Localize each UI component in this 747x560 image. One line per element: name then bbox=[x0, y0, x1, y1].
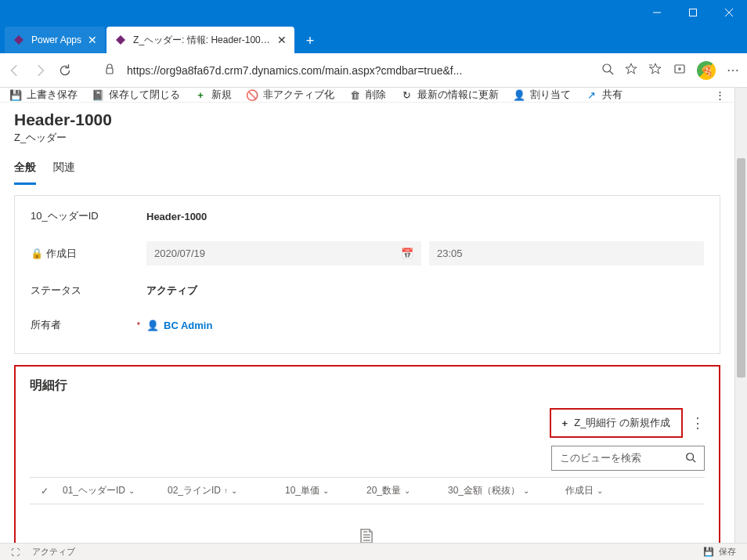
svg-marker-5 bbox=[116, 35, 125, 45]
search-icon bbox=[685, 452, 696, 465]
tab-dynamics[interactable]: Z_ヘッダー: 情報: Header-1000 - M ✕ bbox=[106, 27, 294, 53]
chevron-down-icon: ⌄ bbox=[128, 486, 135, 495]
created-date-field: 2020/07/19📅 bbox=[146, 241, 421, 266]
refresh-icon: ↻ bbox=[400, 89, 413, 101]
assign-label: 割り当て bbox=[530, 88, 571, 102]
scrollbar[interactable] bbox=[734, 88, 747, 543]
new-tab-button[interactable]: + bbox=[298, 28, 323, 53]
deactivate-icon: 🚫 bbox=[246, 89, 258, 101]
column-qty[interactable]: 20_数量⌄ bbox=[360, 484, 442, 497]
detail-more-button[interactable]: ⋮ bbox=[691, 414, 705, 432]
svg-point-14 bbox=[687, 453, 694, 460]
save-text[interactable]: 保存 bbox=[719, 546, 736, 558]
tab-related[interactable]: 関連 bbox=[53, 161, 75, 185]
svg-line-8 bbox=[610, 71, 613, 74]
search-placeholder: このビューを検索 bbox=[560, 451, 641, 465]
owner-label: 所有者* bbox=[31, 318, 146, 332]
created-label: 🔒作成日 bbox=[31, 247, 146, 261]
save-close-label: 保存して閉じる bbox=[109, 88, 180, 102]
zoom-icon[interactable] bbox=[601, 63, 614, 78]
empty-state: 🗎 使用できるデータがありません。 bbox=[30, 504, 705, 543]
profile-icon[interactable]: 🍕 bbox=[697, 61, 716, 80]
lock-icon[interactable] bbox=[103, 63, 116, 78]
close-icon[interactable]: ✕ bbox=[88, 34, 97, 46]
favorite-icon[interactable] bbox=[625, 63, 637, 78]
column-line-id[interactable]: 02_ラインID↑⌄ bbox=[161, 484, 279, 497]
form-section: 10_ヘッダーID Header-1000 🔒作成日 2020/07/19📅 2… bbox=[14, 195, 720, 354]
share-label: 共有 bbox=[602, 88, 622, 102]
powerapps-icon bbox=[114, 34, 127, 46]
browser-tabs: Power Apps ✕ Z_ヘッダー: 情報: Header-1000 - M… bbox=[0, 25, 747, 53]
scrollbar-thumb[interactable] bbox=[737, 158, 745, 378]
new-label: 新規 bbox=[211, 88, 232, 102]
share-button[interactable]: ↗共有 bbox=[585, 88, 622, 102]
save-close-button[interactable]: 📓保存して閉じる bbox=[92, 88, 180, 102]
save-icon: 💾 bbox=[703, 547, 714, 557]
svg-rect-1 bbox=[690, 9, 697, 16]
required-mark: * bbox=[137, 320, 140, 330]
header-id-value[interactable]: Header-1000 bbox=[146, 211, 704, 222]
new-button[interactable]: +新規 bbox=[194, 88, 232, 102]
more-commands-button[interactable]: ⋮ bbox=[715, 89, 725, 101]
status-bar: ⛶ アクティブ 💾 保存 bbox=[0, 543, 747, 560]
owner-value[interactable]: 👤BC Admin bbox=[146, 320, 212, 331]
refresh-label: 最新の情報に更新 bbox=[417, 88, 499, 102]
detail-section: 明細行 + Z_明細行 の新規作成 ⋮ このビューを検索 ✓ 01_ヘッダーID… bbox=[14, 365, 720, 543]
sort-asc-icon: ↑ bbox=[224, 486, 228, 495]
calendar-icon: 📅 bbox=[401, 247, 413, 259]
svg-point-7 bbox=[603, 64, 611, 72]
svg-rect-6 bbox=[106, 68, 113, 74]
plus-icon: + bbox=[562, 417, 568, 429]
header-id-label: 10_ヘッダーID bbox=[31, 209, 146, 223]
form-tabs: 全般 関連 bbox=[0, 161, 734, 186]
favorites-bar-icon[interactable] bbox=[648, 62, 662, 79]
trash-icon: 🗑 bbox=[348, 89, 361, 101]
delete-button[interactable]: 🗑削除 bbox=[348, 88, 386, 102]
person-icon: 👤 bbox=[146, 320, 159, 331]
minimize-button[interactable] bbox=[639, 0, 675, 25]
url-field[interactable]: https://org9a8fa67d.crm7.dynamics.com/ma… bbox=[127, 64, 590, 77]
chevron-down-icon: ⌄ bbox=[231, 486, 237, 495]
collections-icon[interactable] bbox=[673, 63, 686, 78]
chevron-down-icon: ⌄ bbox=[523, 486, 529, 495]
column-amount[interactable]: 30_金額（税抜）⌄ bbox=[442, 484, 559, 497]
close-icon[interactable]: ✕ bbox=[277, 34, 287, 46]
entity-name: Z_ヘッダー bbox=[14, 131, 720, 145]
refresh-button[interactable] bbox=[58, 63, 72, 78]
forward-button[interactable] bbox=[33, 63, 47, 78]
tab-general[interactable]: 全般 bbox=[14, 161, 36, 185]
page-title: Header-1000 bbox=[14, 110, 720, 129]
select-all-checkbox[interactable]: ✓ bbox=[33, 484, 56, 497]
column-created[interactable]: 作成日⌄ bbox=[559, 484, 653, 497]
status-value[interactable]: アクティブ bbox=[146, 284, 704, 298]
save-label: 上書き保存 bbox=[27, 88, 78, 102]
menu-button[interactable]: ⋯ bbox=[727, 63, 739, 78]
tab-powerapps[interactable]: Power Apps ✕ bbox=[5, 27, 105, 53]
new-detail-label: Z_明細行 の新規作成 bbox=[574, 416, 670, 430]
chevron-down-icon: ⌄ bbox=[323, 486, 329, 495]
page-header: Header-1000 Z_ヘッダー bbox=[0, 103, 734, 150]
deactivate-button[interactable]: 🚫非アクティブ化 bbox=[246, 88, 334, 102]
lock-icon: 🔒 bbox=[31, 247, 43, 259]
tab-label: Power Apps bbox=[31, 34, 81, 45]
maximize-button[interactable] bbox=[675, 0, 711, 25]
column-unit-price[interactable]: 10_単価⌄ bbox=[279, 484, 360, 497]
back-button[interactable] bbox=[8, 63, 22, 78]
svg-marker-4 bbox=[14, 35, 23, 45]
window-controls bbox=[639, 0, 747, 25]
save-button[interactable]: 💾上書き保存 bbox=[9, 88, 78, 102]
grid-header: ✓ 01_ヘッダーID⌄ 02_ラインID↑⌄ 10_単価⌄ 20_数量⌄ 30… bbox=[30, 477, 705, 504]
deactivate-label: 非アクティブ化 bbox=[263, 88, 334, 102]
new-detail-button[interactable]: + Z_明細行 の新規作成 bbox=[550, 408, 683, 438]
status-text: アクティブ bbox=[32, 546, 75, 558]
svg-line-15 bbox=[693, 459, 696, 462]
refresh-button[interactable]: ↻最新の情報に更新 bbox=[400, 88, 499, 102]
close-button[interactable] bbox=[711, 0, 747, 25]
powerapps-icon bbox=[13, 34, 25, 46]
document-icon: 🗎 bbox=[30, 523, 705, 543]
column-header-id[interactable]: 01_ヘッダーID⌄ bbox=[56, 484, 161, 497]
tab-label: Z_ヘッダー: 情報: Header-1000 - M bbox=[133, 34, 271, 47]
search-input[interactable]: このビューを検索 bbox=[551, 446, 705, 471]
assign-button[interactable]: 👤割り当て bbox=[513, 88, 571, 102]
expand-icon[interactable]: ⛶ bbox=[11, 547, 20, 557]
